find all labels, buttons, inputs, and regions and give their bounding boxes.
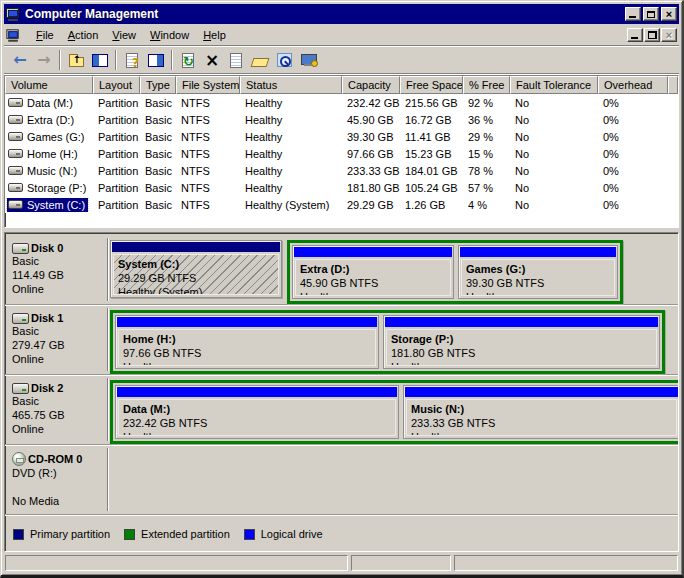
legend-label: Extended partition xyxy=(141,528,230,540)
disk-label[interactable]: Disk 0Basic114.49 GBOnline xyxy=(8,238,108,301)
disk-icon xyxy=(12,243,29,254)
disk-band: System (C:)29.29 GB NTFSHealthy (System)… xyxy=(108,238,623,301)
toolbar-properties-window-button[interactable]: ? xyxy=(120,49,144,72)
legend: Primary partitionExtended partitionLogic… xyxy=(5,515,678,540)
column-header-file-system[interactable]: File System xyxy=(176,76,240,94)
menu-item-help[interactable]: Help xyxy=(196,27,233,43)
volume-row[interactable]: Games (G:)PartitionBasicNTFSHealthy39.30… xyxy=(5,128,678,145)
partition-name: System (C:) xyxy=(118,257,278,271)
disk-label[interactable]: Disk 1Basic279.47 GBOnline xyxy=(8,308,108,371)
toolbar-delete-button[interactable]: × xyxy=(200,49,224,72)
partition-status: Healthy xyxy=(300,290,450,296)
partition-box[interactable]: Extra (D:)45.90 GB NTFSHealthy xyxy=(292,245,454,299)
disk-band xyxy=(108,448,110,511)
minimize-button[interactable] xyxy=(625,7,641,21)
disk-band: Home (H:)97.66 GB NTFSHealthyStorage (P:… xyxy=(108,308,665,371)
volume-name: Storage (P:) xyxy=(27,182,86,194)
disk-band: Data (M:)232.42 GB NTFSHealthyMusic (N:)… xyxy=(108,378,679,441)
column-header-type[interactable]: Type xyxy=(140,76,176,94)
legend-item: Primary partition xyxy=(13,528,110,540)
minimize-icon xyxy=(629,16,636,18)
extended-partition-container: Home (H:)97.66 GB NTFSHealthyStorage (P:… xyxy=(110,310,665,374)
properties-icon xyxy=(228,52,245,68)
partition-box[interactable]: Music (N:)233.33 GB NTFSHealthy xyxy=(403,385,679,439)
child-minimize-button[interactable] xyxy=(627,28,643,42)
menu-item-action[interactable]: Action xyxy=(61,27,106,43)
disk-label[interactable]: CD-ROM 0DVD (R:)No Media xyxy=(8,448,108,511)
volume-label: Extra (D:) xyxy=(7,113,77,127)
disk-management-icon xyxy=(300,52,317,68)
back-icon: ← xyxy=(12,52,29,68)
partition-box[interactable]: Home (H:)97.66 GB NTFSHealthy xyxy=(115,315,379,369)
volume-row[interactable]: Home (H:)PartitionBasicNTFSHealthy97.66 … xyxy=(5,145,678,162)
column-header-layout[interactable]: Layout xyxy=(93,76,140,94)
refresh-icon: ↻ xyxy=(180,52,197,68)
column-header-fault-tolerance[interactable]: Fault Tolerance xyxy=(510,76,598,94)
open-folder-icon xyxy=(252,52,269,68)
toolbar-separator xyxy=(115,50,117,70)
volume-list-pane[interactable]: VolumeLayoutTypeFile SystemStatusCapacit… xyxy=(4,75,679,228)
legend-label: Logical drive xyxy=(261,528,323,540)
column-header--free[interactable]: % Free xyxy=(463,76,510,94)
volume-label: Games (G:) xyxy=(7,130,87,144)
toolbar-up-one-level-button[interactable]: ↑ xyxy=(64,49,88,72)
forward-icon: → xyxy=(36,52,53,68)
partition-box[interactable]: Games (G:)39.30 GB NTFSHealthy xyxy=(458,245,618,299)
volume-row[interactable]: Music (N:)PartitionBasicNTFSHealthy233.3… xyxy=(5,162,678,179)
volume-name: Games (G:) xyxy=(27,131,84,143)
partition-name: Extra (D:) xyxy=(300,262,450,276)
partition-size: 45.90 GB NTFS xyxy=(300,276,450,290)
partition-size: 232.42 GB NTFS xyxy=(123,416,395,430)
toolbar-refresh-button[interactable]: ↻ xyxy=(176,49,200,72)
column-header-status[interactable]: Status xyxy=(240,76,342,94)
disk-label[interactable]: Disk 2Basic465.75 GBOnline xyxy=(8,378,108,441)
disk-name: Disk 0 xyxy=(31,242,63,254)
volume-row[interactable]: Storage (P:)PartitionBasicNTFSHealthy181… xyxy=(5,179,678,196)
column-header-capacity[interactable]: Capacity xyxy=(342,76,400,94)
disk-icon xyxy=(12,383,29,394)
volume-name: Home (H:) xyxy=(27,148,78,160)
disk-name: Disk 2 xyxy=(31,382,63,394)
child-restore-button[interactable] xyxy=(644,28,660,42)
menu-item-file[interactable]: File xyxy=(29,27,61,43)
child-close-button[interactable]: × xyxy=(661,28,677,42)
partition-status: Healthy (System) xyxy=(118,285,278,295)
toolbar-disk-management-button[interactable] xyxy=(296,49,320,72)
disk-info-line: Online xyxy=(12,282,105,296)
disk-row-2: Disk 2Basic465.75 GBOnlineData (M:)232.4… xyxy=(5,375,678,445)
disk-name: CD-ROM 0 xyxy=(28,453,82,465)
column-header-volume[interactable]: Volume xyxy=(5,76,93,94)
show-action-pane-icon xyxy=(148,52,165,68)
partition-box[interactable]: Storage (P:)181.80 GB NTFSHealthy xyxy=(383,315,660,369)
toolbar-open-folder-button[interactable] xyxy=(248,49,272,72)
column-header-overhead[interactable]: Overhead xyxy=(598,76,668,94)
menu-item-window[interactable]: Window xyxy=(143,27,196,43)
partition-box[interactable]: Data (M:)232.42 GB NTFSHealthy xyxy=(115,385,399,439)
volume-row[interactable]: System (C:)PartitionBasicNTFSHealthy (Sy… xyxy=(5,196,678,213)
toolbar-properties-button[interactable] xyxy=(224,49,248,72)
disk-info-line: 114.49 GB xyxy=(12,268,105,282)
volume-name: Extra (D:) xyxy=(27,114,74,126)
disk-graphical-pane[interactable]: Disk 0Basic114.49 GBOnlineSystem (C:)29.… xyxy=(4,232,679,552)
delete-icon: × xyxy=(204,52,221,68)
toolbar-forward-button[interactable]: → xyxy=(32,49,56,72)
partition-status: Healthy xyxy=(466,290,614,296)
maximize-button[interactable] xyxy=(643,7,659,21)
toolbar-search-button[interactable] xyxy=(272,49,296,72)
cdrom-icon xyxy=(12,452,26,466)
volume-row[interactable]: Extra (D:)PartitionBasicNTFSHealthy45.90… xyxy=(5,111,678,128)
menu-item-view[interactable]: View xyxy=(105,27,143,43)
toolbar-back-button[interactable]: ← xyxy=(8,49,32,72)
logical-partition-stripe xyxy=(294,247,452,257)
volume-label: Data (M:) xyxy=(7,96,76,110)
partition-box[interactable]: System (C:)29.29 GB NTFSHealthy (System) xyxy=(110,240,282,298)
titlebar[interactable]: Computer Management × xyxy=(4,4,679,24)
toolbar-show-action-pane-button[interactable] xyxy=(144,49,168,72)
extended-partition-container: Extra (D:)45.90 GB NTFSHealthyGames (G:)… xyxy=(287,240,623,304)
close-button[interactable]: × xyxy=(661,7,677,21)
toolbar-show-console-tree-button[interactable] xyxy=(88,49,112,72)
volume-row[interactable]: Data (M:)PartitionBasicNTFSHealthy232.42… xyxy=(5,94,678,111)
child-restore-icon xyxy=(648,31,657,39)
column-header-free-space[interactable]: Free Space xyxy=(400,76,463,94)
partition-size: 29.29 GB NTFS xyxy=(118,271,278,285)
